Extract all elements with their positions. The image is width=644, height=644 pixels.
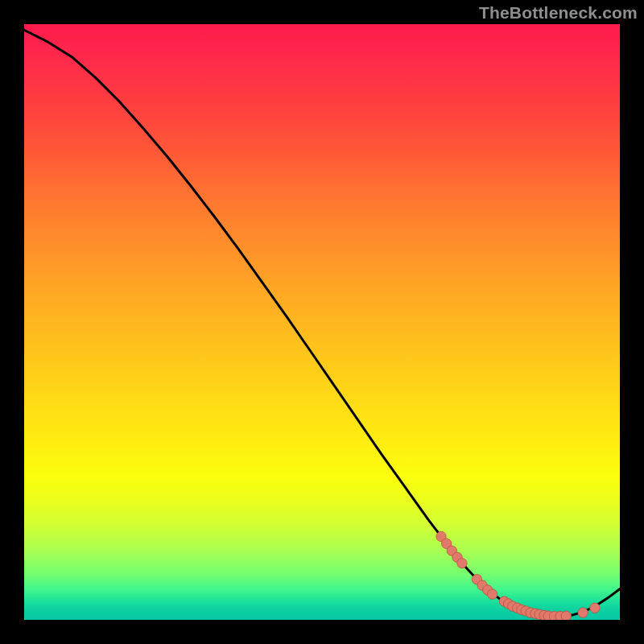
curve-line <box>24 30 620 616</box>
data-point-marker <box>487 589 497 599</box>
chart-stage: TheBottleneck.com <box>0 0 644 644</box>
watermark-text: TheBottleneck.com <box>479 3 638 23</box>
data-point-marker <box>561 611 571 620</box>
data-point-marker <box>457 559 467 568</box>
chart-svg <box>24 24 620 620</box>
data-point-markers <box>436 531 600 620</box>
plot-area <box>24 24 620 620</box>
data-point-marker <box>590 603 600 613</box>
data-point-marker <box>578 608 588 617</box>
